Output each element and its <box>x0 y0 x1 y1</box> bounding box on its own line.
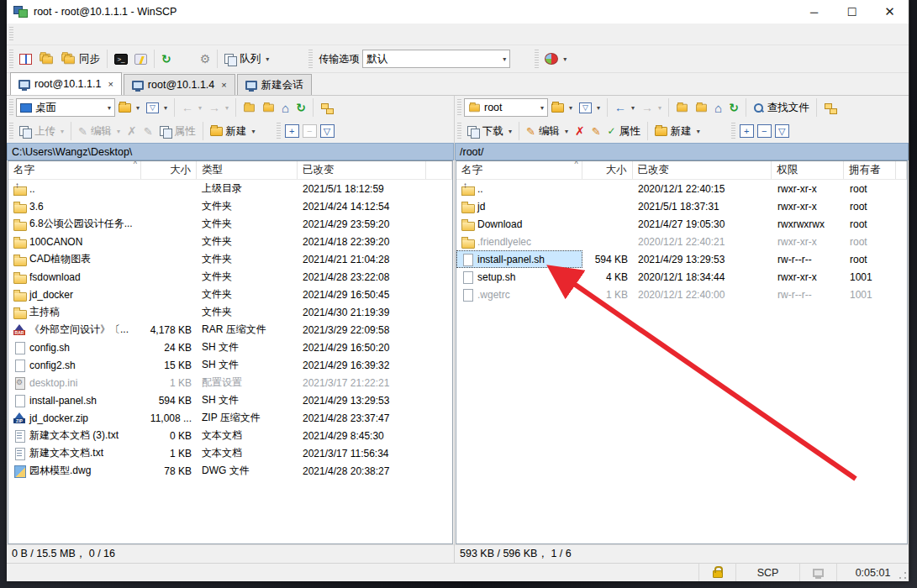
file-row[interactable]: .. 2020/12/1 22:40:15 rwxr-xr-x root <box>456 180 907 197</box>
file-row[interactable]: 新建文本文档 (3).txt 0 KB 文本文档 2021/4/29 8:45:… <box>8 427 452 444</box>
transfer-settings-button[interactable]: ▾ <box>541 50 570 68</box>
column-header-permissions[interactable]: 权限 <box>772 161 844 179</box>
local-filter-button[interactable]: ▽▾ <box>143 99 171 117</box>
upload-button[interactable]: 上传▾ <box>16 121 67 142</box>
file-row[interactable]: install-panel.sh 594 KB 2021/4/29 13:29:… <box>456 250 907 268</box>
menu-item[interactable] <box>83 25 97 44</box>
local-delete-button[interactable]: ✗ <box>124 123 140 140</box>
file-row[interactable]: 100CANON 文件夹 2021/4/18 22:39:20 <box>8 233 452 250</box>
column-header-changed[interactable]: 已改变 <box>633 161 772 179</box>
file-row[interactable]: CAD植物图表 文件夹 2021/4/21 21:04:28 <box>8 250 452 268</box>
compare-directories-button[interactable] <box>35 50 57 68</box>
file-row[interactable]: desktop.ini 1 KB 配置设置 2021/3/17 21:22:21 <box>8 374 452 391</box>
open-console-button[interactable]: >_ <box>111 50 131 68</box>
local-refresh-button[interactable]: ↻ <box>292 99 309 117</box>
local-properties-button[interactable]: 属性 <box>156 121 199 142</box>
file-row[interactable]: 6.8公顷公园设计任务... 文件夹 2021/4/29 23:59:20 <box>8 215 452 233</box>
drag-handle[interactable] <box>9 99 13 116</box>
tab-session-2[interactable]: root@10.1.1.4 × <box>124 74 235 95</box>
resize-grip[interactable] <box>899 571 907 580</box>
remote-edit-button[interactable]: ✎编辑▾ <box>523 121 572 142</box>
filter-files-button[interactable]: ▽ <box>320 124 335 138</box>
file-row[interactable]: 新建文本文档.txt 1 KB 文本文档 2021/3/17 11:56:34 <box>8 444 452 462</box>
menu-item[interactable] <box>29 25 43 44</box>
remote-tree-button[interactable] <box>820 99 841 117</box>
remote-rename-button[interactable]: ✎ <box>588 123 604 140</box>
file-row[interactable]: 《外部空间设计》〔... 4,178 KB RAR 压缩文件 2021/3/29… <box>8 321 452 339</box>
file-row[interactable]: config2.sh 15 KB SH 文件 2021/4/29 16:39:3… <box>8 356 452 374</box>
queue-button[interactable]: 队列▾ <box>221 49 272 70</box>
local-open-directory-button[interactable]: ▾ <box>115 100 143 116</box>
menu-item[interactable] <box>56 25 70 44</box>
menu-item[interactable] <box>70 25 83 44</box>
file-row[interactable]: setup.sh 4 KB 2020/12/1 18:34:44 rwxr-xr… <box>456 268 907 286</box>
file-row[interactable]: jd_docker 文件夹 2021/4/29 16:50:45 <box>8 286 452 303</box>
toolbar-drag-handle[interactable] <box>9 50 13 68</box>
remote-new-button[interactable]: 新建▾ <box>651 121 704 142</box>
file-row[interactable]: .friendlyelec 2020/12/1 22:40:21 rwxr-xr… <box>456 233 907 250</box>
transfer-settings-handle[interactable] <box>535 50 539 68</box>
remote-filter-button[interactable]: ▽▾ <box>576 99 603 117</box>
filter-files-button[interactable]: ▽ <box>775 124 789 138</box>
local-drive-combobox[interactable]: 桌面 ▾ <box>16 98 115 117</box>
column-header-size[interactable]: 大小 <box>141 161 197 179</box>
file-row[interactable]: install-panel.sh 594 KB SH 文件 2021/4/29 … <box>8 391 452 409</box>
drag-handle[interactable] <box>731 123 735 139</box>
close-button[interactable]: ✕ <box>871 0 909 24</box>
download-button[interactable]: 下载▾ <box>464 121 515 142</box>
remote-properties-button[interactable]: ✓属性 <box>604 121 644 142</box>
file-row[interactable]: 园林模型.dwg 78 KB DWG 文件 2021/4/28 20:38:27 <box>8 462 452 480</box>
column-header-type[interactable]: 类型 <box>197 161 298 179</box>
file-row[interactable]: .wgetrc 1 KB 2020/12/1 22:40:00 rw-r--r-… <box>456 286 907 303</box>
file-row[interactable]: Download 2021/4/27 19:05:30 rwxrwxrwx ro… <box>456 215 907 233</box>
file-row[interactable]: 主持稿 文件夹 2021/4/30 21:19:39 <box>8 303 452 321</box>
refresh-session-button[interactable]: ↻ <box>158 50 175 68</box>
local-tree-button[interactable] <box>317 99 337 117</box>
menu-item[interactable] <box>110 25 124 44</box>
drag-handle[interactable] <box>457 99 461 116</box>
tab-session-1[interactable]: root@10.1.1.1 × <box>10 72 122 95</box>
remote-parent-directory-button[interactable] <box>672 100 692 116</box>
remote-forward-button[interactable]: →▾ <box>638 98 665 117</box>
remote-open-directory-button[interactable]: ▾ <box>548 100 576 116</box>
unselect-files-button[interactable]: − <box>757 124 772 138</box>
menu-item[interactable] <box>97 25 110 44</box>
transfer-preset-combobox[interactable]: 默认 ▾ <box>362 50 510 68</box>
local-new-button[interactable]: 新建▾ <box>207 121 259 142</box>
local-root-directory-button[interactable] <box>259 100 278 116</box>
file-row[interactable]: 3.6 文件夹 2021/4/24 14:12:54 <box>8 197 452 215</box>
local-rename-button[interactable]: ✎ <box>140 123 156 140</box>
remote-delete-button[interactable]: ✗ <box>572 123 588 140</box>
unselect-files-button[interactable]: − <box>303 124 317 138</box>
column-header-name[interactable]: 名字^ <box>8 161 141 179</box>
file-row[interactable]: jd 2021/5/1 18:37:31 rwxr-xr-x root <box>456 197 907 215</box>
maximize-button[interactable]: ☐ <box>833 0 871 24</box>
select-files-button[interactable]: + <box>740 124 754 138</box>
remote-directory-combobox[interactable]: root ▾ <box>464 98 548 117</box>
file-row[interactable]: jd_docker.zip 11,008 ... ZIP 压缩文件 2021/4… <box>8 409 452 427</box>
remote-root-directory-button[interactable] <box>692 100 711 116</box>
tab-close-icon[interactable]: × <box>221 80 226 90</box>
local-parent-directory-button[interactable] <box>240 100 259 116</box>
select-files-button[interactable]: + <box>285 124 299 138</box>
protocol-segment[interactable]: SCP <box>735 564 799 581</box>
remote-back-button[interactable]: ←▾ <box>611 98 638 117</box>
local-back-button[interactable]: ←▾ <box>178 98 205 117</box>
menu-drag-handle[interactable] <box>9 27 13 42</box>
menu-item[interactable] <box>16 25 29 44</box>
drag-handle[interactable] <box>277 123 281 139</box>
column-header-owner[interactable]: 拥有者 <box>844 161 896 179</box>
synchronize-button[interactable]: 同步 <box>57 49 103 70</box>
tab-new-session[interactable]: 新建会话 <box>237 74 312 95</box>
local-path-bar[interactable]: C:\Users\Wangz\Desktop\ <box>7 143 454 160</box>
drag-handle[interactable] <box>457 123 461 139</box>
drag-handle[interactable] <box>9 123 13 139</box>
file-row[interactable]: .. 上级目录 2021/5/1 18:12:59 <box>8 180 452 197</box>
tab-close-icon[interactable]: × <box>108 79 113 89</box>
layout-button[interactable] <box>16 50 35 68</box>
remote-refresh-button[interactable]: ↻ <box>725 99 742 117</box>
remote-path-bar[interactable]: /root/ <box>455 143 909 160</box>
column-header-size[interactable]: 大小 <box>582 161 633 179</box>
encryption-segment[interactable] <box>698 564 735 581</box>
minimize-button[interactable]: ─ <box>795 0 833 24</box>
